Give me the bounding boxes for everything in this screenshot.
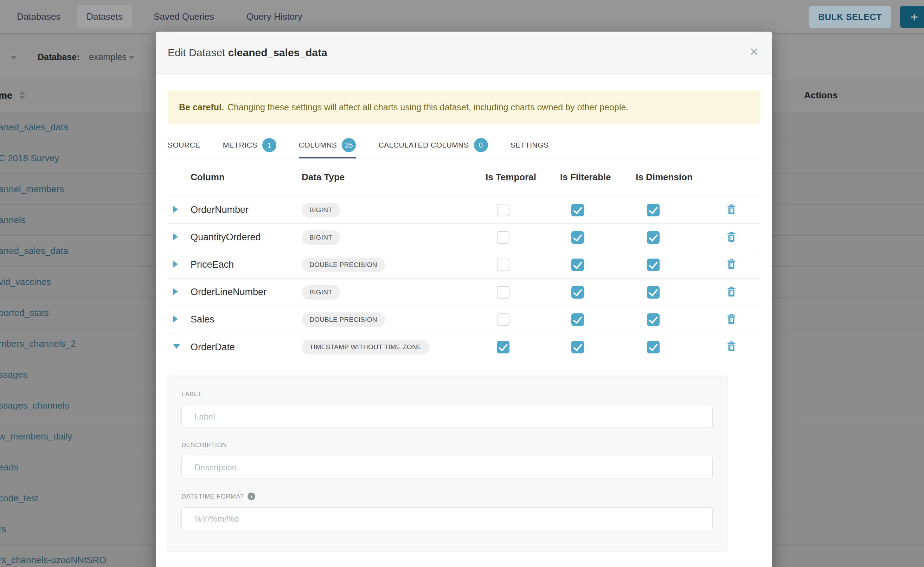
dataset-link[interactable]: ssages	[0, 369, 27, 380]
dataset-link[interactable]: rs_channels-uzooNNtSRO	[0, 555, 106, 566]
actions-column-header: Actions	[804, 90, 838, 101]
expand-caret-icon[interactable]	[173, 315, 178, 322]
is-filterable-checkbox[interactable]	[571, 286, 584, 298]
dataset-link[interactable]: aned_sales_data	[0, 122, 68, 133]
column-name: OrderDate	[191, 342, 302, 353]
nav-item-query-history[interactable]: Query History	[237, 5, 312, 28]
is-temporal-checkbox[interactable]	[497, 286, 509, 298]
is-filterable-checkbox[interactable]	[571, 258, 584, 271]
tab-count-badge: 25	[342, 138, 356, 152]
data-type-pill: DOUBLE PRECISION	[302, 258, 385, 272]
delete-column-trash-icon[interactable]	[725, 203, 737, 215]
dataset-link[interactable]: C 2018 Survey	[0, 153, 59, 164]
is-dimension-checkbox[interactable]	[647, 204, 660, 216]
description-field-group: DESCRIPTION	[181, 442, 712, 479]
tab-label: SOURCE	[168, 141, 200, 149]
top-nav: DatabasesDatasetsSaved QueriesQuery Hist…	[0, 0, 924, 34]
is-temporal-checkbox[interactable]	[497, 258, 509, 271]
database-filter-label: Database:	[38, 52, 80, 62]
label-field-label: LABEL	[181, 391, 712, 398]
dataset-link[interactable]: w_members_daily	[0, 431, 72, 442]
tab-label: SETTINGS	[510, 141, 549, 149]
is-filterable-checkbox[interactable]	[571, 341, 584, 353]
is-temporal-checkbox[interactable]	[497, 231, 509, 244]
delete-column-trash-icon[interactable]	[725, 313, 737, 325]
data-type-pill: TIMESTAMP WITHOUT TIME ZONE	[302, 340, 429, 354]
dataset-link[interactable]: code_test	[0, 493, 38, 504]
dataset-link[interactable]: aned_sales_data	[0, 246, 68, 256]
chevron-down-icon[interactable]	[128, 56, 135, 60]
is-dimension-checkbox[interactable]	[647, 314, 660, 326]
description-input[interactable]	[181, 456, 713, 479]
datetime-format-field-label: DATETIME FORMAT i	[181, 492, 712, 500]
bulk-select-button[interactable]: BULK SELECT	[809, 6, 891, 28]
dataset-link[interactable]: ssages_channels	[0, 400, 69, 411]
column-row-ordernumber: OrderNumberBIGINT	[168, 196, 760, 224]
datetime-format-input[interactable]	[181, 507, 713, 530]
column-row-priceeach: PriceEachDOUBLE PRECISION	[168, 251, 760, 279]
sort-icon[interactable]	[20, 91, 25, 99]
expand-caret-icon[interactable]	[173, 233, 178, 240]
modal-body: Be careful. Changing these settings will…	[156, 91, 772, 552]
tab-count-badge: 1	[262, 138, 276, 152]
modal-title-prefix: Edit Dataset	[168, 47, 225, 58]
delete-column-trash-icon[interactable]	[725, 340, 737, 352]
data-type-pill: DOUBLE PRECISION	[302, 312, 385, 327]
dataset-link[interactable]: annels	[0, 214, 26, 225]
is-temporal-checkbox[interactable]	[497, 204, 509, 216]
dataset-link[interactable]: ported_stats	[0, 308, 49, 318]
tab-label: COLUMNS	[299, 141, 337, 149]
is-filterable-checkbox[interactable]	[571, 314, 584, 326]
nav-item-databases[interactable]: Databases	[8, 5, 69, 28]
is-dimension-checkbox[interactable]	[647, 258, 660, 271]
info-icon[interactable]: i	[248, 492, 255, 500]
column-name: Sales	[191, 314, 302, 325]
dataset-link[interactable]: vid_vaccines	[0, 276, 51, 287]
dataset-link[interactable]: rs	[0, 524, 6, 535]
is-filterable-checkbox[interactable]	[571, 231, 584, 244]
tab-label: METRICS	[223, 141, 257, 149]
tab-label: CALCULATED COLUMNS	[378, 141, 469, 149]
collapse-caret-icon[interactable]	[173, 344, 180, 349]
tab-settings[interactable]: SETTINGS	[510, 132, 549, 158]
chevron-down-icon[interactable]	[11, 56, 17, 60]
warning-text: Changing these settings will affect all …	[227, 102, 629, 112]
column-header: Column	[191, 172, 302, 183]
column-name: OrderNumber	[191, 204, 302, 215]
expand-caret-icon[interactable]	[173, 261, 178, 268]
label-input[interactable]	[181, 405, 713, 428]
nav-item-saved-queries[interactable]: Saved Queries	[144, 5, 223, 28]
plus-icon: +	[910, 9, 918, 24]
modal-title: Edit Dataset cleaned_sales_data	[168, 47, 327, 58]
add-dataset-button[interactable]: +	[900, 6, 924, 28]
tab-source[interactable]: SOURCE	[168, 132, 200, 158]
dataset-link[interactable]: eads	[0, 462, 18, 473]
is-filterable-header: Is Filterable	[560, 172, 641, 183]
tab-calculated-columns[interactable]: CALCULATED COLUMNS0	[378, 132, 488, 158]
expand-caret-icon[interactable]	[173, 206, 178, 213]
delete-column-trash-icon[interactable]	[725, 231, 737, 243]
name-column-header[interactable]: me	[0, 90, 12, 101]
is-dimension-checkbox[interactable]	[647, 231, 660, 244]
dataset-link[interactable]: annel_members	[0, 184, 64, 195]
is-temporal-checkbox[interactable]	[497, 341, 509, 353]
tab-columns[interactable]: COLUMNS25	[299, 132, 356, 158]
delete-column-trash-icon[interactable]	[725, 286, 737, 297]
warning-bold: Be careful.	[179, 102, 224, 112]
columns-table-header: Column Data Type Is Temporal Is Filterab…	[168, 158, 760, 196]
is-temporal-checkbox[interactable]	[497, 314, 509, 326]
expand-caret-icon[interactable]	[173, 288, 178, 295]
close-icon[interactable]: ✕	[749, 46, 759, 58]
modal-title-dataset-name: cleaned_sales_data	[228, 47, 327, 58]
is-filterable-checkbox[interactable]	[571, 204, 584, 216]
tab-metrics[interactable]: METRICS1	[223, 132, 276, 158]
data-type-header: Data Type	[302, 172, 491, 183]
dataset-link[interactable]: mbers_channels_2	[0, 338, 76, 349]
is-dimension-checkbox[interactable]	[647, 286, 660, 298]
delete-column-trash-icon[interactable]	[725, 258, 737, 270]
column-name: OrderLineNumber	[191, 286, 302, 297]
nav-item-datasets[interactable]: Datasets	[77, 5, 132, 28]
is-dimension-checkbox[interactable]	[647, 341, 660, 353]
database-filter-value[interactable]: examples	[89, 52, 126, 62]
is-dimension-header: Is Dimension	[636, 172, 725, 183]
